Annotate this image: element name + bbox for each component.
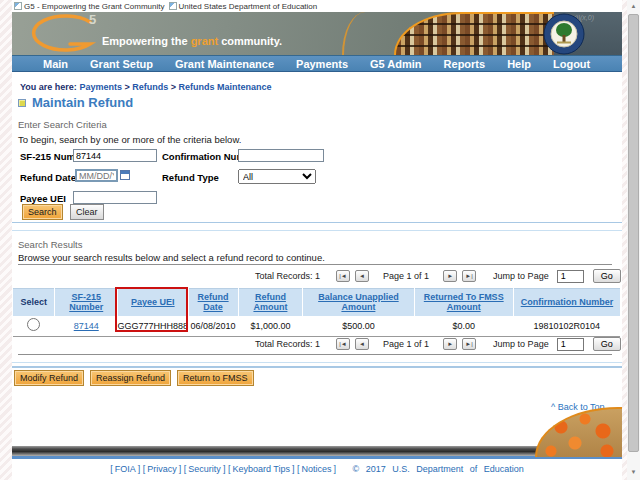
top-alt-strip: G5 - Empowering the Grant Community Unit… bbox=[12, 0, 622, 12]
row-balance-unapplied-cell: $500.00 bbox=[303, 316, 414, 337]
g5-banner: f(x)|(x,0) 5 Empowering the grant commun… bbox=[12, 12, 622, 55]
column-header-refund-date[interactable]: Refund Date bbox=[188, 289, 238, 316]
section-divider-line bbox=[12, 222, 622, 223]
breadcrumb-prefix: You are here: bbox=[20, 82, 77, 92]
jump-to-page-label: Jump to Page bbox=[493, 339, 549, 349]
refund-type-label: Refund Type bbox=[162, 172, 219, 183]
clear-button[interactable]: Clear bbox=[70, 204, 104, 220]
broken-banner-image: G5 - Empowering the Grant Community bbox=[14, 2, 165, 11]
confirmation-number-input[interactable] bbox=[238, 149, 324, 162]
nav-item-reports[interactable]: Reports bbox=[433, 58, 497, 70]
vertical-scrollbar[interactable]: ▲ ▼ bbox=[627, 0, 640, 480]
banner-alt-text: G5 - Empowering the Grant Community bbox=[24, 2, 165, 11]
nav-item-grant-setup[interactable]: Grant Setup bbox=[79, 58, 164, 70]
pagination-bottom: Total Records: 1 |◄ ◄ Page 1 of 1 ► ►| J… bbox=[255, 337, 622, 351]
row-payee-uei-cell: GGG777HHH888 bbox=[118, 316, 189, 337]
search-criteria-instructions: To begin, search by one or more of the c… bbox=[18, 134, 241, 145]
record-select-radio[interactable] bbox=[27, 318, 40, 331]
broken-seal-image: United States Department of Education bbox=[169, 2, 318, 11]
column-header-select: Select bbox=[13, 289, 55, 316]
nav-item-main[interactable]: Main bbox=[32, 58, 79, 70]
scrollbar-thumb[interactable] bbox=[628, 14, 639, 452]
column-header-balance-unapplied-amount[interactable]: Balance Unapplied Amount bbox=[303, 289, 414, 316]
pagination-top: Total Records: 1 |◄ ◄ Page 1 of 1 ► ►| J… bbox=[255, 269, 622, 283]
total-records: Total Records: 1 bbox=[255, 339, 320, 349]
footer-link-privacy[interactable]: Privacy bbox=[147, 464, 177, 474]
content-background bbox=[12, 0, 622, 480]
column-header-confirmation-number[interactable]: Confirmation Number bbox=[513, 289, 620, 316]
row-refund-date-cell: 06/08/2010 bbox=[188, 316, 238, 337]
payee-uei-input[interactable] bbox=[73, 191, 157, 204]
payee-uei-label: Payee UEI bbox=[20, 193, 66, 204]
seal-alt-text: United States Department of Education bbox=[179, 2, 318, 11]
refund-type-select[interactable]: All bbox=[238, 169, 316, 184]
refund-date-input[interactable] bbox=[75, 169, 118, 182]
copyright-text: © 2017 U.S. Department of Education bbox=[353, 464, 524, 474]
first-page-button[interactable]: |◄ bbox=[336, 338, 350, 350]
table-row: 87144 GGG777HHH888 06/08/2010 $1,000.00 … bbox=[13, 316, 620, 337]
scroll-down-icon[interactable]: ▼ bbox=[627, 466, 640, 479]
next-page-button[interactable]: ► bbox=[443, 270, 457, 282]
footer-link-foia[interactable]: FOIA bbox=[115, 464, 136, 474]
page-heading: Maintain Refund bbox=[18, 95, 133, 110]
total-records-value: 1 bbox=[315, 339, 320, 349]
search-results-instructions: Browse your search results below and sel… bbox=[18, 252, 325, 263]
g5-logo-icon bbox=[26, 14, 98, 54]
return-to-fmss-button[interactable]: Return to FMSS bbox=[177, 370, 254, 386]
nav-item-grant-maintenance[interactable]: Grant Maintenance bbox=[164, 58, 285, 70]
scroll-up-icon[interactable]: ▲ bbox=[627, 0, 640, 13]
results-top-rule bbox=[18, 264, 612, 265]
nav-item-logout[interactable]: Logout bbox=[542, 58, 601, 70]
total-records-value: 1 bbox=[315, 271, 320, 281]
breadcrumb-link-payments[interactable]: Payments bbox=[79, 82, 122, 92]
refund-action-buttons: Modify Refund Reassign Refund Return to … bbox=[14, 370, 254, 386]
last-page-button[interactable]: ►| bbox=[462, 270, 476, 282]
next-page-button[interactable]: ► bbox=[443, 338, 457, 350]
column-header-refund-amount[interactable]: Refund Amount bbox=[238, 289, 303, 316]
previous-page-button[interactable]: ◄ bbox=[355, 270, 369, 282]
go-button[interactable]: Go bbox=[593, 269, 621, 283]
nav-item-g5-admin[interactable]: G5 Admin bbox=[359, 58, 433, 70]
calendar-icon[interactable] bbox=[120, 170, 130, 180]
caret-icon: ^ bbox=[551, 402, 555, 412]
row-confirmation-cell: 19810102R0104 bbox=[513, 316, 620, 337]
bookshelf-photo bbox=[394, 12, 554, 55]
jump-to-page-input[interactable] bbox=[557, 270, 584, 283]
modify-refund-button[interactable]: Modify Refund bbox=[14, 370, 84, 386]
column-header-sf215-number[interactable]: SF-215 Number bbox=[55, 289, 118, 316]
table-header-row: Select SF-215 Number Payee UEI Refund Da… bbox=[13, 289, 620, 316]
first-page-button[interactable]: |◄ bbox=[336, 270, 350, 282]
search-results-section-title: Search Results bbox=[18, 239, 82, 250]
breadcrumb-separator: > bbox=[124, 82, 129, 92]
column-header-returned-to-fmss-amount[interactable]: Returned To FMSS Amount bbox=[414, 289, 513, 316]
sf215-number-input[interactable] bbox=[73, 149, 157, 162]
breadcrumb: You are here: Payments > Refunds > Refun… bbox=[20, 82, 272, 92]
refund-date-label: Refund Date bbox=[20, 172, 76, 183]
nav-item-help[interactable]: Help bbox=[496, 58, 542, 70]
footer-link-notices[interactable]: Notices bbox=[302, 464, 332, 474]
main-navigation-bar: Main Grant Setup Grant Maintenance Payme… bbox=[12, 55, 622, 72]
section-divider-line bbox=[12, 362, 622, 363]
breadcrumb-link-refunds-maintenance[interactable]: Refunds Maintenance bbox=[179, 82, 272, 92]
row-sf215-cell[interactable]: 87144 bbox=[55, 316, 118, 337]
footer-link-security[interactable]: Security bbox=[188, 464, 221, 474]
results-bottom-rule bbox=[18, 354, 612, 355]
breadcrumb-link-refunds[interactable]: Refunds bbox=[132, 82, 168, 92]
last-page-button[interactable]: ►| bbox=[462, 338, 476, 350]
go-button[interactable]: Go bbox=[593, 337, 621, 351]
reassign-refund-button[interactable]: Reassign Refund bbox=[90, 370, 171, 386]
nav-item-payments[interactable]: Payments bbox=[285, 58, 359, 70]
row-select-cell bbox=[13, 316, 55, 337]
search-button[interactable]: Search bbox=[22, 204, 63, 220]
search-results-table: Select SF-215 Number Payee UEI Refund Da… bbox=[13, 288, 620, 337]
previous-page-button[interactable]: ◄ bbox=[355, 338, 369, 350]
search-criteria-section-title: Enter Search Criteria bbox=[18, 119, 107, 130]
jump-to-page-label: Jump to Page bbox=[493, 271, 549, 281]
total-records: Total Records: 1 bbox=[255, 271, 320, 281]
column-header-payee-uei[interactable]: Payee UEI bbox=[118, 289, 189, 316]
footer-link-keyboard-tips[interactable]: Keyboard Tips bbox=[232, 464, 290, 474]
broken-image-icon bbox=[14, 2, 22, 10]
page-title: Maintain Refund bbox=[32, 95, 133, 110]
heading-bullet-icon bbox=[18, 99, 26, 107]
jump-to-page-input[interactable] bbox=[557, 338, 584, 351]
